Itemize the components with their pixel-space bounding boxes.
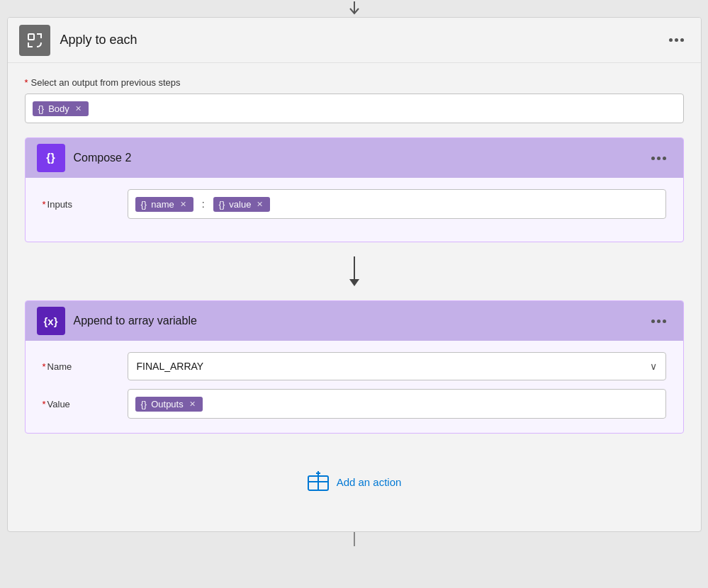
name-token-close[interactable]: ✕ xyxy=(179,200,188,209)
inner-cards-area: {} Compose 2 * Inputs xyxy=(25,137,684,434)
compose2-inputs-token-area[interactable]: {} name ✕ : {} value ✕ xyxy=(128,189,666,219)
append-icon: {x} xyxy=(37,307,65,335)
add-action-label: Add an action xyxy=(337,476,402,488)
apply-to-each-more-button[interactable] xyxy=(663,33,690,47)
connector-line xyxy=(354,256,355,279)
compose2-icon: {} xyxy=(37,144,65,172)
compose2-inputs-label: * Inputs xyxy=(43,199,128,210)
value-token: {} value ✕ xyxy=(213,197,271,212)
append-body: * Name FINAL_ARRAY ∨ xyxy=(26,341,683,433)
compose2-card: {} Compose 2 * Inputs xyxy=(25,137,684,242)
svg-marker-2 xyxy=(349,279,359,286)
connector-arrow-icon xyxy=(349,279,359,286)
colon-separator: : xyxy=(199,198,208,210)
apply-to-each-card: Apply to each * Select an output from pr… xyxy=(7,17,702,532)
append-name-label: * Name xyxy=(43,361,128,372)
body-token: {} Body ✕ xyxy=(33,101,89,116)
apply-to-each-title: Apply to each xyxy=(60,33,663,47)
append-value-input: {} Outputs ✕ xyxy=(128,389,666,419)
append-name-row: * Name FINAL_ARRAY ∨ xyxy=(43,352,666,380)
append-to-array-card: {x} Append to array variable xyxy=(25,300,684,434)
append-title: Append to array variable xyxy=(74,315,646,327)
bottom-line xyxy=(354,532,355,546)
compose2-title: Compose 2 xyxy=(74,152,646,164)
append-icon-symbol: {x} xyxy=(43,315,57,327)
compose2-icon-symbol: {} xyxy=(46,152,55,164)
name-dropdown[interactable]: FINAL_ARRAY ∨ xyxy=(128,352,666,380)
between-cards-connector xyxy=(25,251,684,292)
outputs-token: {} Outputs ✕ xyxy=(135,397,203,412)
select-field-label: * Select an output from previous steps xyxy=(25,77,684,88)
append-name-input: FINAL_ARRAY ∨ xyxy=(128,352,666,380)
append-value-row: * Value {} Outputs ✕ xyxy=(43,389,666,419)
name-token-icon: {} xyxy=(141,199,147,210)
apply-to-each-icon xyxy=(19,25,50,56)
append-value-label: * Value xyxy=(43,399,128,409)
top-arrow-icon xyxy=(346,0,363,17)
add-action-section: Add an action xyxy=(25,442,684,514)
add-action-icon xyxy=(307,470,330,493)
append-value-token-area[interactable]: {} Outputs ✕ xyxy=(128,389,666,419)
compose2-inputs-input: {} name ✕ : {} value ✕ xyxy=(128,189,666,219)
compose2-body: * Inputs {} name ✕ : xyxy=(26,178,683,242)
outputs-token-icon: {} xyxy=(141,399,147,409)
compose2-more-button[interactable] xyxy=(646,151,672,166)
svg-rect-1 xyxy=(28,34,34,40)
top-connector xyxy=(346,0,363,17)
append-header: {x} Append to array variable xyxy=(26,301,683,341)
loop-icon xyxy=(26,32,43,49)
main-container: Apply to each * Select an output from pr… xyxy=(0,0,708,588)
value-token-close[interactable]: ✕ xyxy=(255,200,264,209)
body-token-icon: {} xyxy=(38,103,45,114)
apply-to-each-header: Apply to each xyxy=(8,18,701,63)
body-token-close[interactable]: ✕ xyxy=(74,104,83,113)
compose2-inputs-row: * Inputs {} name ✕ : xyxy=(43,189,666,219)
name-token: {} name ✕ xyxy=(135,197,193,212)
select-output-input[interactable]: {} Body ✕ xyxy=(25,94,684,123)
append-more-button[interactable] xyxy=(646,314,672,329)
compose2-header: {} Compose 2 xyxy=(26,138,683,178)
apply-to-each-body: * Select an output from previous steps {… xyxy=(8,63,701,531)
value-token-icon: {} xyxy=(219,199,225,210)
add-action-button[interactable]: Add an action xyxy=(307,470,402,493)
outputs-token-close[interactable]: ✕ xyxy=(188,400,197,409)
name-dropdown-chevron-icon: ∨ xyxy=(650,361,657,372)
bottom-connector xyxy=(354,532,355,552)
